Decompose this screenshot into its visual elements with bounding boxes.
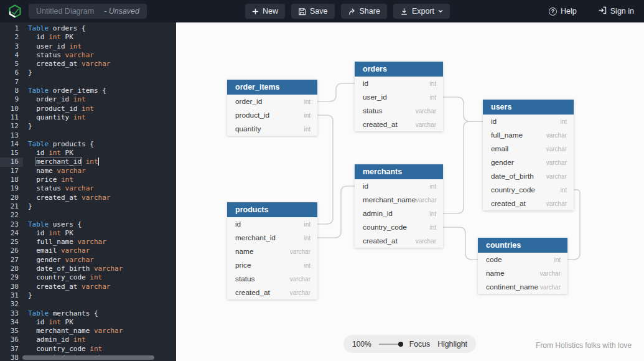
editor-line[interactable]: 31} (0, 291, 176, 300)
table-field-row[interactable]: merchant_idint (227, 231, 317, 245)
table-field-row[interactable]: created_atvarchar (355, 118, 443, 131)
table-field-row[interactable]: gendervarchar (483, 156, 574, 169)
table-field-row[interactable]: idint (227, 217, 317, 231)
table-field-row[interactable]: user_idint (355, 90, 443, 104)
table-field-row[interactable]: idint (483, 115, 574, 128)
editor-line[interactable]: 32 (0, 300, 176, 309)
table-field-row[interactable]: order_idint (227, 95, 317, 108)
table-field-row[interactable]: country_codeint (355, 220, 443, 234)
table-header[interactable]: countries (478, 238, 567, 253)
editor-line[interactable]: 36 admin_id int (0, 335, 176, 344)
editor-line[interactable]: 15 id int PK (0, 149, 176, 157)
table-field-row[interactable]: idint (355, 77, 443, 90)
editor-line[interactable]: 27 gender varchar (0, 256, 176, 265)
editor-line[interactable]: 20 created_at varchar (0, 194, 176, 202)
code-text: merchant_id int (23, 157, 99, 166)
new-button[interactable]: New (245, 4, 285, 19)
table-field-row[interactable]: emailvarchar (483, 142, 574, 156)
table-field-row[interactable]: statusvarchar (355, 104, 443, 118)
signin-button[interactable]: Sign in (594, 6, 638, 17)
table-field-row[interactable]: priceint (227, 258, 317, 272)
table-field-row[interactable]: full_namevarchar (483, 128, 574, 142)
table-field-row[interactable]: continent_namevarchar (478, 280, 567, 294)
editor-line[interactable]: 17 name varchar (0, 167, 176, 176)
table-header[interactable]: products (227, 202, 317, 217)
diagram-title-input[interactable]: Untitled Diagram - Unsaved (29, 4, 147, 19)
editor-line[interactable]: 19 status varchar (0, 184, 176, 193)
editor-line[interactable]: 13 (0, 131, 176, 140)
table-header[interactable]: order_items (227, 80, 317, 95)
editor-line[interactable]: 16 merchant_id int (0, 157, 176, 166)
table-header[interactable]: orders (355, 62, 443, 77)
table-countries[interactable]: countriescodeintnamevarcharcontinent_nam… (478, 238, 567, 294)
table-field-row[interactable]: date_of_birthvarchar (483, 169, 574, 183)
zoom-slider[interactable] (379, 341, 402, 347)
editor-line[interactable]: 25 full_name varchar (0, 238, 176, 246)
editor-line[interactable]: 7 (0, 78, 176, 87)
editor-line[interactable]: 35 merchant_name varchar (0, 327, 176, 335)
editor-line[interactable]: 18 price int (0, 176, 176, 184)
editor-line[interactable]: 6} (0, 68, 176, 77)
editor-line[interactable]: 14Table products { (0, 140, 176, 149)
table-field-row[interactable]: created_atvarchar (483, 197, 574, 210)
editor-line[interactable]: 8Table order_items { (0, 87, 176, 95)
editor-line[interactable]: 22 (0, 211, 176, 220)
table-field-row[interactable]: namevarchar (227, 245, 317, 258)
table-field-row[interactable]: namevarchar (478, 266, 567, 280)
editor-line[interactable]: 9 order_id int (0, 95, 176, 104)
table-merchants[interactable]: merchantsidintmerchant_namevarcharadmin_… (355, 164, 443, 248)
code-text (23, 78, 28, 87)
relationship-line[interactable] (443, 121, 483, 213)
relationship-line[interactable] (443, 227, 478, 260)
editor-line[interactable]: 3 user_id int (0, 42, 176, 51)
relationship-line[interactable] (317, 115, 333, 224)
table-header[interactable]: users (483, 100, 574, 115)
highlight-button[interactable]: Highlight (437, 340, 467, 349)
editor-line[interactable]: 5 created_at varchar (0, 60, 176, 68)
table-products[interactable]: productsidintmerchant_idintnamevarcharpr… (227, 202, 317, 299)
editor-line[interactable]: 23Table users { (0, 220, 176, 229)
editor-line[interactable]: 4 status varchar (0, 51, 176, 60)
table-field-row[interactable]: created_atvarchar (355, 234, 443, 248)
editor-line[interactable]: 12} (0, 122, 176, 131)
editor-line[interactable]: 21} (0, 202, 176, 211)
table-field-row[interactable]: idint (355, 179, 443, 193)
table-header[interactable]: merchants (355, 164, 443, 179)
diagram-canvas[interactable]: order_itemsorder_idintproduct_idintquant… (176, 22, 644, 361)
editor-line[interactable]: 11 quantity int (0, 113, 176, 122)
editor-line[interactable]: 34 id int PK (0, 318, 176, 327)
editor-line[interactable]: 29 country_code int (0, 273, 176, 282)
editor-line[interactable]: 30 created_at varchar (0, 283, 176, 291)
table-field-row[interactable]: product_idint (227, 108, 317, 122)
editor-horizontal-scrollbar[interactable] (22, 355, 154, 360)
table-field-row[interactable]: admin_idint (355, 207, 443, 220)
table-order_items[interactable]: order_itemsorder_idintproduct_idintquant… (227, 80, 317, 136)
focus-button[interactable]: Focus (409, 340, 431, 349)
help-button[interactable]: ? Help (545, 6, 581, 16)
table-field-row[interactable]: statusvarchar (227, 272, 317, 286)
dbml-code-editor[interactable]: 1Table orders {2 id int PK3 user_id int4… (0, 22, 176, 361)
table-field-row[interactable]: created_atvarchar (227, 286, 317, 299)
table-field-row[interactable]: codeint (478, 253, 567, 266)
table-orders[interactable]: ordersidintuser_idintstatusvarcharcreate… (355, 62, 443, 131)
editor-line[interactable]: 28 date_of_birth varchar (0, 265, 176, 273)
editor-line[interactable]: 24 id int PK (0, 229, 176, 238)
relationship-line[interactable] (317, 186, 355, 238)
zoom-slider-knob[interactable] (398, 342, 403, 347)
editor-line[interactable]: 37 country_code int (0, 345, 176, 354)
save-button[interactable]: Save (291, 4, 335, 19)
editor-line[interactable]: 10 product_id int (0, 105, 176, 113)
relationship-line[interactable] (317, 83, 355, 101)
share-button[interactable]: Share (341, 4, 387, 19)
editor-line[interactable]: 26 email varchar (0, 246, 176, 255)
table-field-row[interactable]: country_codeint (483, 183, 574, 197)
app-logo-icon[interactable] (7, 4, 22, 19)
table-field-row[interactable]: quantityint (227, 122, 317, 136)
editor-line[interactable]: 2 id int PK (0, 33, 176, 42)
editor-line[interactable]: 1Table orders { (0, 24, 176, 33)
export-button[interactable]: Export (393, 4, 450, 19)
editor-line[interactable]: 33Table merchants { (0, 309, 176, 318)
table-users[interactable]: usersidintfull_namevarcharemailvarcharge… (483, 100, 574, 210)
relationship-line[interactable] (443, 97, 483, 121)
table-field-row[interactable]: merchant_namevarchar (355, 193, 443, 207)
